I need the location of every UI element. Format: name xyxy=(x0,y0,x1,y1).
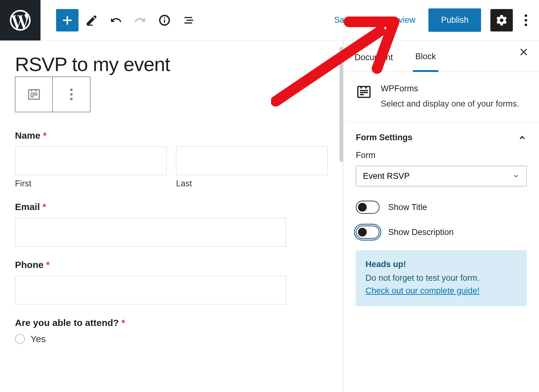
form-preview: Name * First Last Email * Phone * xyxy=(15,130,328,344)
undo-button[interactable] xyxy=(105,9,127,31)
wordpress-icon xyxy=(8,8,33,33)
form-select[interactable]: Event RSVP xyxy=(356,166,527,186)
dots-vertical-icon xyxy=(525,14,527,26)
tab-block[interactable]: Block xyxy=(413,48,438,72)
sidebar-panel: Document Block WPForms Select and displa… xyxy=(343,41,539,392)
svg-point-9 xyxy=(70,93,73,96)
page-title[interactable]: RSVP to my event xyxy=(15,53,328,75)
field-label-phone: Phone * xyxy=(15,260,328,270)
plus-icon xyxy=(61,14,74,27)
scrollbar[interactable] xyxy=(340,47,343,162)
sidebar-tabs: Document Block xyxy=(343,41,539,72)
redo-button[interactable] xyxy=(129,9,151,31)
notice-title: Heads up! xyxy=(365,260,517,269)
info-button[interactable] xyxy=(153,9,176,31)
svg-point-10 xyxy=(70,98,73,100)
settings-button[interactable] xyxy=(490,9,513,31)
block-more-button[interactable] xyxy=(53,77,90,112)
radio-icon xyxy=(15,334,25,344)
block-description: Select and display one of your forms. xyxy=(381,98,519,110)
notice-heads-up: Heads up! Do not forget to test your for… xyxy=(356,251,527,306)
field-label-name: Name * xyxy=(15,130,328,141)
close-icon xyxy=(519,47,528,57)
chevron-down-icon xyxy=(513,173,519,179)
field-label-email: Email * xyxy=(15,202,328,212)
pencil-icon xyxy=(85,14,98,27)
svg-point-3 xyxy=(525,23,527,26)
toggle-show-description[interactable] xyxy=(356,226,379,239)
outline-icon xyxy=(182,14,195,27)
info-icon xyxy=(158,14,171,27)
chevron-up-icon xyxy=(518,133,527,142)
block-info: WPForms Select and display one of your f… xyxy=(343,72,539,122)
radio-label: Yes xyxy=(31,334,46,344)
phone-input[interactable] xyxy=(15,276,286,304)
svg-rect-4 xyxy=(28,90,39,99)
svg-point-2 xyxy=(525,19,527,22)
sublabel-first: First xyxy=(15,179,167,189)
top-toolbar: Save draft Preview Publish xyxy=(0,0,539,41)
form-select-value: Event RSVP xyxy=(363,171,410,181)
radio-option-yes[interactable]: Yes xyxy=(15,334,328,344)
redo-icon xyxy=(134,14,147,27)
field-label-attend: Are you able to attend? * xyxy=(15,318,328,328)
form-select-label: Form xyxy=(356,151,527,160)
first-name-input[interactable] xyxy=(15,146,167,175)
svg-point-8 xyxy=(70,88,73,91)
form-icon xyxy=(356,84,372,100)
block-type-button[interactable] xyxy=(15,77,53,112)
outline-button[interactable] xyxy=(178,9,200,31)
undo-icon xyxy=(109,14,122,27)
edit-mode-button[interactable] xyxy=(80,9,103,31)
dots-vertical-icon xyxy=(64,87,79,102)
svg-point-1 xyxy=(525,14,527,17)
wordpress-logo[interactable] xyxy=(0,0,41,41)
preview-link[interactable]: Preview xyxy=(385,15,415,25)
svg-rect-11 xyxy=(358,87,370,98)
more-options-button[interactable] xyxy=(518,9,533,31)
add-block-button[interactable] xyxy=(56,9,79,31)
section-title: Form Settings xyxy=(356,133,413,142)
sublabel-last: Last xyxy=(176,179,328,189)
last-name-input[interactable] xyxy=(176,146,328,175)
notice-text: Do not forget to test your form. xyxy=(365,273,479,283)
tab-document[interactable]: Document xyxy=(352,49,395,71)
gear-icon xyxy=(495,14,508,26)
toggle-show-title[interactable] xyxy=(356,201,379,214)
toggle-label-show-title: Show Title xyxy=(388,203,427,212)
save-draft-link[interactable]: Save draft xyxy=(334,15,372,25)
notice-link[interactable]: Check out our complete guide! xyxy=(365,286,479,295)
block-title: WPForms xyxy=(381,84,519,93)
close-sidebar-button[interactable] xyxy=(519,47,528,58)
publish-button[interactable]: Publish xyxy=(428,8,481,32)
section-form-settings[interactable]: Form Settings xyxy=(343,122,539,151)
email-input[interactable] xyxy=(15,218,286,246)
toolbar-left-group xyxy=(56,9,200,31)
block-toolbar xyxy=(15,77,90,112)
toggle-label-show-description: Show Description xyxy=(388,227,454,237)
form-icon xyxy=(27,87,41,102)
editor-canvas[interactable]: RSVP to my event Name * First Last xyxy=(0,41,343,392)
svg-rect-0 xyxy=(87,25,93,26)
